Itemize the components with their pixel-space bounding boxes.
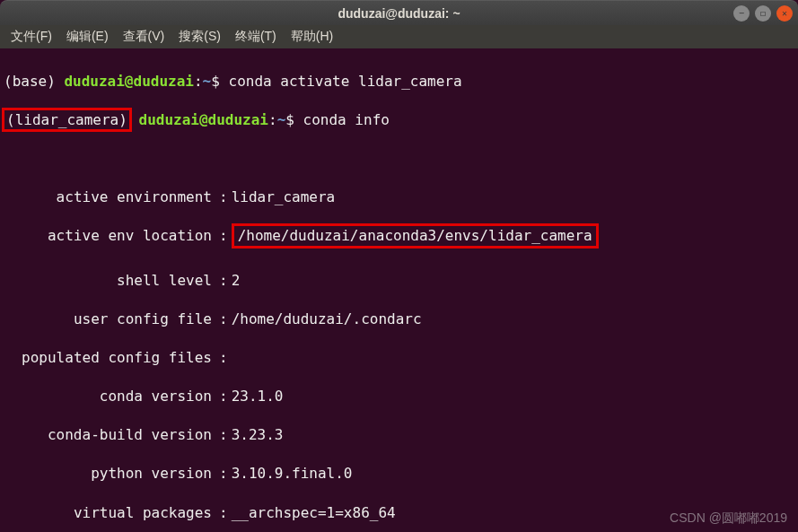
info-python-ver: python version:3.10.9.final.0	[4, 464, 794, 484]
prompt-user: duduzai@duduzai	[139, 111, 269, 128]
env-base: (base)	[4, 73, 56, 90]
close-button[interactable]: ✕	[776, 5, 793, 22]
prompt-path: ~	[203, 73, 212, 90]
menu-search[interactable]: 搜索(S)	[171, 29, 228, 45]
highlight-box-path: /home/duduzai/anaconda3/envs/lidar_camer…	[232, 223, 599, 249]
prompt-user: duduzai@duduzai	[64, 73, 194, 90]
maximize-button[interactable]: ◻	[755, 5, 771, 22]
info-active-loc: active env location:/home/duduzai/anacon…	[4, 226, 794, 251]
minimize-button[interactable]: −	[733, 5, 750, 22]
command-2: conda info	[303, 111, 390, 128]
menu-terminal[interactable]: 终端(T)	[228, 29, 284, 45]
prompt-line-1: (base) duduzai@duduzai:~$ conda activate…	[4, 72, 794, 92]
menu-file[interactable]: 文件(F)	[4, 29, 59, 45]
menubar: 文件(F) 编辑(E) 查看(V) 搜索(S) 终端(T) 帮助(H)	[0, 25, 798, 48]
command-1: conda activate lidar_camera	[229, 73, 462, 90]
info-user-config: user config file:/home/duduzai/.condarc	[4, 310, 794, 329]
prompt-path: ~	[277, 111, 286, 128]
menu-edit[interactable]: 编辑(E)	[59, 29, 116, 45]
window-title: duduzai@duduzai: ~	[338, 6, 460, 21]
menu-help[interactable]: 帮助(H)	[284, 29, 340, 45]
info-conda-ver: conda version:23.1.0	[4, 387, 794, 406]
titlebar: duduzai@duduzai: ~ − ◻ ✕	[0, 0, 798, 25]
info-active-env: active environment:lidar_camera	[4, 188, 794, 207]
highlight-box-env: (lidar_camera)	[2, 108, 132, 133]
menu-view[interactable]: 查看(V)	[116, 29, 172, 45]
info-conda-build: conda-build version:3.23.3	[4, 425, 794, 445]
window-controls: − ◻ ✕	[733, 5, 793, 22]
terminal-output[interactable]: (base) duduzai@duduzai:~$ conda activate…	[0, 48, 798, 532]
watermark: CSDN @圆嘟嘟2019	[670, 510, 787, 527]
info-shell-level: shell level:2	[4, 271, 794, 291]
info-pop-config: populated config files:	[4, 348, 794, 368]
env-lidar-camera: (lidar_camera)	[6, 111, 127, 128]
prompt-line-2: (lidar_camera) duduzai@duduzai:~$ conda …	[4, 110, 794, 130]
